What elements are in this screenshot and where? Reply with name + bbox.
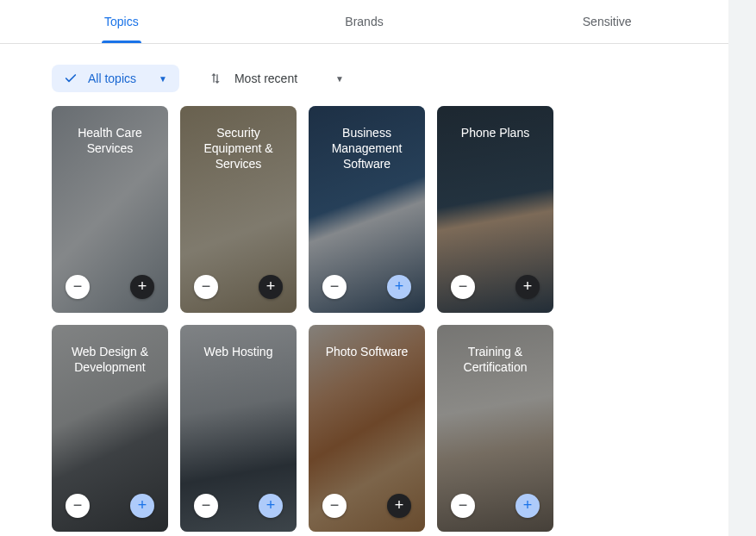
card-actions: − +: [437, 275, 553, 299]
plus-button[interactable]: +: [515, 275, 540, 299]
tab-topics[interactable]: Topics: [0, 0, 243, 43]
minus-icon: −: [202, 496, 211, 514]
chevron-down-icon: ▼: [335, 74, 344, 84]
card-title: Business Management Software: [316, 125, 418, 171]
tab-topics-label: Topics: [104, 15, 139, 28]
tab-sensitive-label: Sensitive: [583, 15, 632, 28]
plus-icon: +: [523, 496, 533, 514]
minus-button[interactable]: −: [66, 494, 90, 518]
minus-icon: −: [330, 496, 340, 514]
card-title: Phone Plans: [444, 125, 547, 140]
card-actions: − +: [437, 494, 553, 518]
controls-row: All topics ▼ Most recent ▼: [0, 44, 728, 106]
minus-icon: −: [73, 496, 83, 514]
minus-icon: −: [459, 496, 468, 514]
plus-icon: +: [523, 277, 533, 296]
minus-icon: −: [330, 277, 340, 296]
card-title: Web Hosting: [187, 344, 290, 359]
card-actions: − +: [309, 494, 425, 518]
plus-icon: +: [395, 277, 404, 296]
topic-card[interactable]: Training & Certification − +: [437, 325, 553, 532]
minus-button[interactable]: −: [322, 494, 347, 518]
topic-card[interactable]: Phone Plans − +: [437, 106, 553, 313]
filter-label: All topics: [88, 72, 136, 85]
plus-icon: +: [266, 496, 276, 514]
card-title: Health Care Services: [59, 125, 161, 156]
cards-grid: Health Care Services − + Security Equipm…: [0, 106, 728, 536]
topic-card[interactable]: Health Care Services − +: [52, 106, 168, 313]
tabs: Topics Brands Sensitive: [0, 0, 728, 44]
plus-button[interactable]: +: [130, 494, 154, 518]
minus-icon: −: [459, 277, 468, 296]
check-icon: [64, 72, 78, 85]
topic-card[interactable]: Web Design & Development − +: [52, 325, 168, 532]
swap-vert-icon: [209, 72, 222, 85]
card-actions: − +: [180, 275, 297, 299]
plus-icon: +: [138, 496, 147, 514]
plus-button[interactable]: +: [130, 275, 154, 299]
plus-icon: +: [395, 496, 404, 514]
tab-brands[interactable]: Brands: [243, 0, 486, 43]
plus-button[interactable]: +: [259, 275, 283, 299]
card-title: Security Equipment & Services: [187, 125, 290, 171]
card-actions: − +: [309, 275, 425, 299]
card-title: Photo Software: [316, 344, 418, 359]
plus-icon: +: [138, 277, 147, 296]
filter-chip[interactable]: All topics ▼: [52, 65, 179, 92]
minus-icon: −: [73, 277, 83, 296]
card-actions: − +: [180, 494, 297, 518]
minus-button[interactable]: −: [66, 275, 90, 299]
plus-button[interactable]: +: [259, 494, 283, 518]
card-title: Web Design & Development: [59, 344, 161, 375]
tab-brands-label: Brands: [345, 15, 383, 28]
card-actions: − +: [52, 275, 168, 299]
tab-sensitive[interactable]: Sensitive: [485, 0, 728, 43]
topic-card[interactable]: Business Management Software − +: [309, 106, 425, 313]
sort-dropdown[interactable]: Most recent ▼: [197, 65, 356, 92]
plus-button[interactable]: +: [387, 275, 411, 299]
plus-button[interactable]: +: [515, 494, 540, 518]
minus-button[interactable]: −: [194, 275, 218, 299]
minus-icon: −: [202, 277, 211, 296]
card-actions: − +: [52, 494, 168, 518]
minus-button[interactable]: −: [451, 275, 475, 299]
topic-card[interactable]: Security Equipment & Services − +: [180, 106, 297, 313]
chevron-down-icon: ▼: [159, 74, 167, 84]
minus-button[interactable]: −: [322, 275, 347, 299]
minus-button[interactable]: −: [194, 494, 218, 518]
topic-card[interactable]: Photo Software − +: [309, 325, 425, 532]
card-title: Training & Certification: [444, 344, 547, 375]
topic-card[interactable]: Web Hosting − +: [180, 325, 297, 532]
topics-container: Topics Brands Sensitive All topics ▼ Mos…: [0, 0, 728, 536]
plus-icon: +: [266, 277, 276, 296]
sort-label: Most recent: [234, 72, 297, 85]
minus-button[interactable]: −: [451, 494, 475, 518]
plus-button[interactable]: +: [387, 494, 411, 518]
